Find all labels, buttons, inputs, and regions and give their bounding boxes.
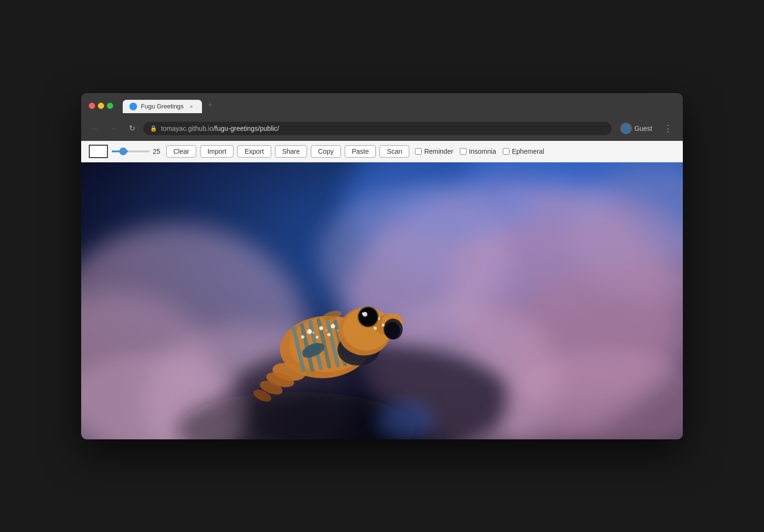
canvas-area[interactable]: [81, 162, 683, 439]
forward-button[interactable]: →: [107, 122, 120, 135]
profile-button[interactable]: 👤 Guest: [616, 121, 656, 136]
checkbox-group: Reminder Insomnia Ephemeral: [415, 148, 544, 155]
url-domain: tomayac.github.io: [161, 125, 213, 132]
ephemeral-label[interactable]: Ephemeral: [503, 148, 544, 155]
minimize-button[interactable]: [98, 103, 104, 109]
close-button[interactable]: [89, 103, 95, 109]
url-bar[interactable]: 🔒 tomayac.github.io/fugu-greetings/publi…: [143, 122, 612, 135]
insomnia-checkbox[interactable]: [460, 148, 467, 155]
tab-strip: 🌐 Fugu Greetings × +: [123, 99, 675, 113]
svg-point-65: [501, 177, 616, 224]
reload-button[interactable]: ↻: [125, 122, 138, 135]
tab-close-button[interactable]: ×: [188, 103, 195, 110]
brush-size-slider[interactable]: [112, 150, 150, 152]
paste-button[interactable]: Paste: [345, 145, 376, 158]
app-toolbar: 25 Clear Import Export Share Copy Paste …: [81, 141, 683, 162]
back-button[interactable]: ←: [89, 122, 102, 135]
new-tab-button[interactable]: +: [204, 99, 217, 112]
reminder-checkbox[interactable]: [415, 148, 422, 155]
brush-size-value: 25: [153, 148, 162, 155]
import-button[interactable]: Import: [200, 145, 233, 158]
svg-point-14: [377, 401, 435, 439]
url-text: tomayac.github.io/fugu-greetings/public/: [161, 125, 279, 132]
fish-scene: [81, 162, 683, 439]
insomnia-label[interactable]: Insomnia: [460, 148, 496, 155]
insomnia-text: Insomnia: [469, 148, 496, 155]
title-bar: 🌐 Fugu Greetings × +: [81, 93, 683, 117]
clear-button[interactable]: Clear: [166, 145, 196, 158]
copy-button[interactable]: Copy: [311, 145, 341, 158]
tab-favicon: 🌐: [129, 103, 137, 110]
address-bar: ← → ↻ 🔒 tomayac.github.io/fugu-greetings…: [81, 117, 683, 141]
profile-label: Guest: [635, 125, 652, 132]
tab-title: Fugu Greetings: [141, 103, 184, 110]
traffic-lights: [89, 103, 113, 109]
browser-window: 🌐 Fugu Greetings × + ← → ↻ 🔒 tomayac.git…: [81, 93, 683, 439]
brush-size-container: 25: [112, 148, 162, 155]
url-path: /fugu-greetings/public/: [213, 125, 279, 132]
reminder-label[interactable]: Reminder: [415, 148, 453, 155]
lock-icon: 🔒: [150, 125, 157, 132]
browser-menu-button[interactable]: ⋮: [661, 121, 675, 136]
share-button[interactable]: Share: [275, 145, 307, 158]
maximize-button[interactable]: [107, 103, 113, 109]
reminder-text: Reminder: [424, 148, 453, 155]
export-button[interactable]: Export: [237, 145, 271, 158]
scene-svg: [81, 162, 683, 439]
ephemeral-text: Ephemeral: [512, 148, 544, 155]
color-picker[interactable]: [89, 145, 108, 158]
scan-button[interactable]: Scan: [380, 145, 409, 158]
profile-icon: 👤: [620, 123, 632, 134]
ephemeral-checkbox[interactable]: [503, 148, 509, 155]
active-tab[interactable]: 🌐 Fugu Greetings ×: [123, 100, 202, 113]
